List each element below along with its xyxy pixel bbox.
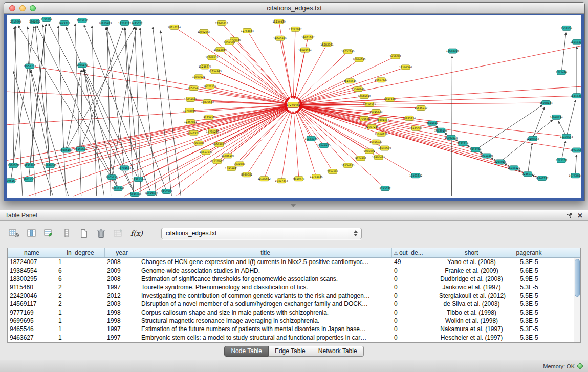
graph-node[interactable]: 10463342 [409, 173, 422, 178]
graph-edge[interactable] [229, 42, 289, 100]
delete-table-button[interactable] [94, 227, 108, 240]
graph-node[interactable]: 15282961 [320, 42, 333, 47]
graph-node[interactable]: 9897399 [384, 97, 396, 102]
graph-node[interactable]: 10369852 [213, 142, 226, 147]
graph-node[interactable]: 15495027 [369, 140, 382, 144]
float-panel-button[interactable] [566, 213, 572, 219]
table-row[interactable]: 1938455462009Genome-wide association stu… [8, 266, 580, 274]
graph-node[interactable]: 12104553 [526, 136, 539, 141]
graph-node[interactable]: 10919294 [481, 154, 493, 158]
graph-node[interactable]: 15134975 [304, 136, 317, 141]
graph-node[interactable]: 16640910 [273, 36, 286, 40]
column-header-short[interactable]: short [437, 248, 506, 257]
graph-node[interactable]: 9819778 [293, 177, 304, 181]
table-row[interactable]: 911546021997Tourette syndrome. Phenomeno… [8, 283, 580, 291]
graph-edge[interactable] [75, 24, 81, 196]
graph-node[interactable]: 11546919 [415, 106, 427, 111]
graph-node[interactable]: 11443345 [570, 94, 581, 98]
graph-node[interactable]: 15547689 [378, 146, 391, 150]
graph-node[interactable]: 8990082 [241, 172, 252, 177]
minimize-window-button[interactable] [19, 5, 26, 11]
graph-edge[interactable] [300, 106, 500, 162]
table-row[interactable]: 1872400712008Changes of HCN gene express… [8, 258, 580, 266]
graph-node[interactable]: 8505150 [106, 175, 118, 180]
graph-edge[interactable] [279, 21, 292, 98]
graph-edge[interactable] [299, 80, 381, 103]
graph-node[interactable]: 20551703 [23, 64, 36, 69]
graph-node[interactable]: 19861307 [301, 35, 314, 39]
graph-node[interactable]: 9546327 [188, 130, 199, 135]
graph-node[interactable]: 12057246 [365, 124, 378, 129]
graph-node[interactable]: 14517543 [200, 150, 212, 155]
graph-node[interactable]: 12754834 [241, 28, 253, 33]
graph-node[interactable]: 14785236 [206, 129, 219, 134]
table-row[interactable]: 946362711997Embryonic stem cells: a mode… [8, 334, 580, 342]
graph-edge[interactable] [300, 103, 546, 105]
graph-node[interactable]: 12216565 [363, 102, 376, 107]
network-canvas[interactable]: 2616064186163281307049643278205511010973… [7, 15, 581, 198]
window-titlebar[interactable]: citations_edges.txt [4, 3, 584, 14]
graph-node[interactable]: 8330303 [8, 163, 19, 168]
graph-node[interactable]: 10748045 [183, 108, 196, 113]
graph-node[interactable]: 10930503 [43, 163, 56, 168]
graph-node[interactable]: 16739194 [434, 128, 447, 133]
graph-edge[interactable] [281, 112, 292, 181]
table-selector-dropdown[interactable]: citations_edges.txt [161, 228, 362, 239]
graph-node[interactable]: 16164616 [343, 79, 356, 83]
graph-node[interactable]: 9245012 [522, 172, 533, 177]
graph-node[interactable]: 5905150 [23, 177, 34, 182]
graph-node[interactable]: 11485296 [222, 154, 234, 158]
edit-table-button[interactable] [42, 227, 56, 240]
graph-node[interactable]: 11245677 [199, 64, 211, 69]
graph-node[interactable]: 10863921 [192, 75, 205, 79]
graph-node[interactable]: 10973493 [99, 20, 112, 25]
graph-edge[interactable] [451, 56, 452, 196]
graph-edge[interactable] [561, 33, 566, 73]
graph-edge[interactable] [74, 107, 287, 196]
graph-node[interactable]: 15954631 [225, 166, 238, 171]
graph-edge[interactable] [567, 100, 576, 137]
graph-node[interactable]: 9245032 [380, 186, 391, 191]
graph-node[interactable]: 9192914 [457, 141, 468, 146]
graph-edge[interactable] [107, 27, 167, 191]
graph-node[interactable]: 16791914 [445, 135, 458, 140]
graph-node[interactable]: 2055173 [77, 63, 88, 68]
graph-node[interactable]: 7954387 [193, 141, 204, 145]
graph-node[interactable]: 18163024 [298, 48, 311, 52]
graph-node[interactable]: 17240461 [286, 102, 300, 108]
graph-node[interactable]: 16193052 [145, 191, 158, 196]
graph-edge[interactable] [81, 70, 82, 149]
graph-node[interactable]: 8130704 [41, 17, 52, 21]
graph-node[interactable]: 10607427 [375, 78, 387, 82]
graph-edge[interactable] [212, 58, 288, 102]
graph-node[interactable]: 7654187 [327, 169, 338, 174]
graph-node[interactable]: 8649194 [426, 121, 438, 125]
graph-node[interactable]: 13134975 [341, 163, 354, 168]
graph-node[interactable]: 9085091 [364, 149, 375, 154]
graph-node[interactable]: 9632587 [234, 162, 245, 166]
close-panel-button[interactable]: ✕ [577, 212, 583, 219]
graph-edge[interactable] [561, 141, 565, 160]
graph-node[interactable]: 11710907 [211, 159, 224, 164]
graph-edge[interactable] [299, 107, 542, 179]
graph-node[interactable]: 12367891 [184, 119, 197, 124]
splitter-handle-icon[interactable] [290, 204, 296, 207]
graph-node[interactable]: 9123456 [203, 115, 214, 119]
graph-node[interactable]: 9277434 [556, 70, 567, 75]
graph-node[interactable]: 25160505 [74, 147, 87, 151]
column-header-pagerank[interactable]: pagerank [506, 248, 552, 257]
table-row[interactable]: 1456911722003Disruption of a novel membe… [8, 300, 580, 308]
graph-node[interactable]: 18648394 [446, 49, 459, 53]
graph-edge[interactable] [298, 52, 348, 100]
graph-node[interactable]: 12103554 [560, 134, 573, 139]
graph-node[interactable]: 11016379 [375, 132, 387, 136]
graph-edge[interactable] [575, 155, 576, 176]
graph-edge[interactable] [112, 28, 136, 177]
graph-edge[interactable] [300, 46, 581, 104]
row-options-button[interactable] [59, 227, 73, 240]
graph-edge[interactable] [295, 50, 305, 99]
graph-node[interactable]: 16939292 [358, 94, 371, 99]
graph-node[interactable]: 7458083 [390, 54, 401, 59]
graph-node[interactable]: 15905150 [59, 148, 72, 152]
graph-node[interactable]: 10995491 [372, 155, 385, 160]
